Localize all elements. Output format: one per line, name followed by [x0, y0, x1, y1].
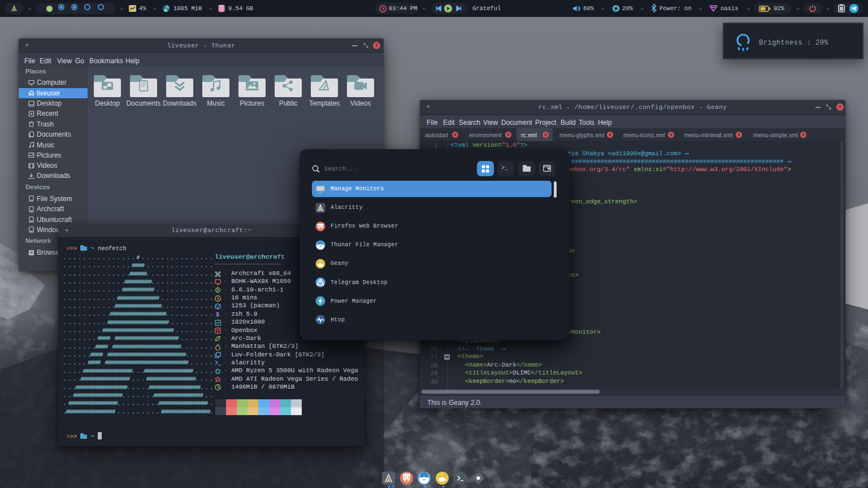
svg-text:$: $	[216, 312, 219, 317]
